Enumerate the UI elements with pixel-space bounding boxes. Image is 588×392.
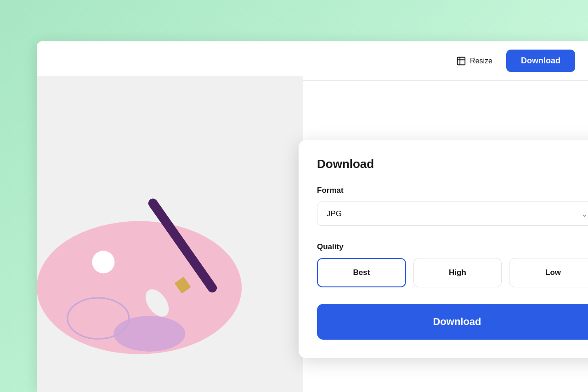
modal-title: Download (317, 157, 374, 171)
svg-point-3 (113, 316, 185, 352)
format-select-wrapper: JPG PNG SVG PDF ⌄ (317, 202, 588, 226)
quality-section: Quality Best High Low (317, 242, 588, 287)
quality-label: Quality (317, 242, 588, 252)
modal-header: Download × (317, 157, 588, 171)
palette-illustration (37, 76, 303, 392)
format-select[interactable]: JPG PNG SVG PDF (317, 202, 588, 226)
quality-low-button[interactable]: Low (509, 258, 588, 287)
svg-point-2 (92, 251, 114, 273)
download-modal: Download × Format JPG PNG SVG PDF ⌄ Qual… (299, 140, 588, 358)
resize-button[interactable]: Resize (450, 52, 499, 70)
app-window: Resize Download Download × (37, 41, 588, 392)
svg-rect-0 (458, 57, 465, 65)
quality-options: Best High Low (317, 258, 588, 287)
canvas-area (37, 76, 303, 392)
format-section: Format JPG PNG SVG PDF ⌄ (317, 186, 588, 226)
resize-icon (456, 56, 466, 66)
download-header-button[interactable]: Download (506, 50, 575, 72)
toolbar: Resize Download (37, 41, 588, 81)
format-label: Format (317, 186, 588, 195)
quality-high-button[interactable]: High (413, 258, 502, 287)
quality-best-button[interactable]: Best (317, 258, 406, 287)
resize-label: Resize (470, 57, 492, 65)
download-modal-button[interactable]: Download (317, 304, 588, 340)
